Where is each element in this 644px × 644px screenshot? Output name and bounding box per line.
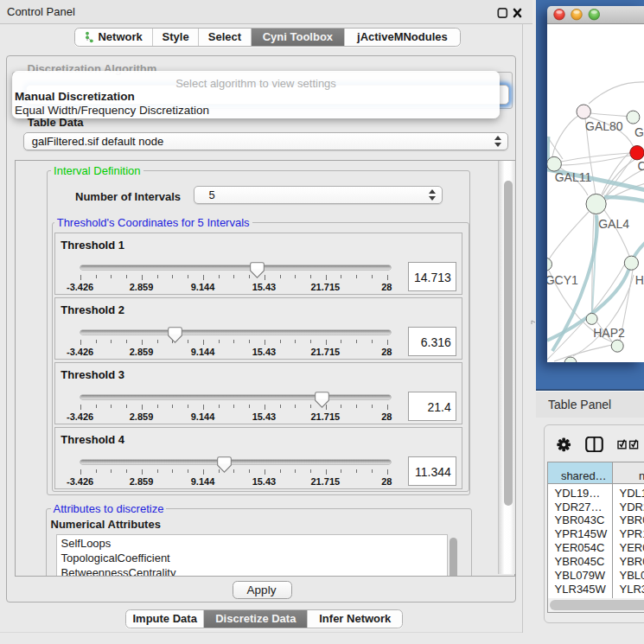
svg-text:CY: CY: [638, 159, 644, 173]
svg-text:GAL80: GAL80: [585, 119, 623, 133]
svg-text:HA: HA: [635, 273, 644, 287]
svg-text:GAL11: GAL11: [555, 170, 592, 184]
svg-text:GCY1: GCY1: [547, 273, 578, 287]
svg-text:HAP2: HAP2: [593, 326, 625, 340]
svg-text:GA: GA: [634, 125, 644, 139]
svg-text:GAL4: GAL4: [598, 217, 629, 231]
